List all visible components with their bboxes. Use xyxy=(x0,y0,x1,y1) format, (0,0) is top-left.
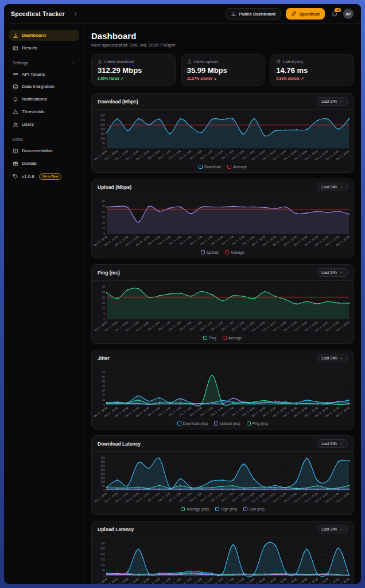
svg-text:Oct. 3 - 0:00: Oct. 3 - 0:00 xyxy=(147,577,161,584)
download-icon xyxy=(98,59,102,64)
sidebar-item-version[interactable]: v1.6.8 Up to Date xyxy=(9,171,79,182)
chart-plot: 0102030405060Oct. 2 - 19:00Oct. 2 - 20:0… xyxy=(93,197,352,250)
main-content: Dashboard Next speedtest at: Oct. 3rd, 2… xyxy=(84,24,361,584)
stat-delta-text: 11.37% slower xyxy=(187,76,212,80)
legend-item[interactable]: Download (ms) xyxy=(177,421,208,425)
speedtest-label: Speedtest xyxy=(299,11,320,17)
chart-range-select[interactable]: Last 24h xyxy=(317,268,348,277)
legend-item[interactable]: Ping xyxy=(203,336,216,340)
legend-item[interactable]: Average xyxy=(225,250,244,254)
book-icon xyxy=(13,148,18,154)
svg-text:350: 350 xyxy=(100,461,105,463)
legend-label: Average xyxy=(228,336,242,340)
chart-legend: Average (ms)High (ms)Low (ms) xyxy=(92,506,354,514)
stat-delta: 0.92% slower ↗ xyxy=(276,76,348,81)
trend-up-icon: ↗ xyxy=(301,76,304,80)
legend-item[interactable]: Average xyxy=(223,336,242,340)
sidebar-section-settings[interactable]: Settings xyxy=(9,60,79,65)
sidebar-item-data-integration[interactable]: Data Integration xyxy=(9,81,79,92)
legend-swatch xyxy=(203,336,207,340)
sidebar-item-results[interactable]: Results xyxy=(9,42,79,53)
chart-header: Jitter Last 24h xyxy=(92,350,354,366)
sidebar-item-api-tokens[interactable]: API API Tokens xyxy=(9,69,79,79)
version-tag-icon xyxy=(13,173,18,179)
legend-item[interactable]: Download xyxy=(199,165,221,169)
sidebar-item-users[interactable]: Users xyxy=(9,119,79,130)
svg-text:Oct. 3 - 7:00: Oct. 3 - 7:00 xyxy=(221,577,235,584)
chart-range-select[interactable]: Last 24h xyxy=(317,183,348,191)
svg-text:250: 250 xyxy=(100,469,105,471)
chart-plot: 051015202530Oct. 2 - 19:00Oct. 2 - 20:00… xyxy=(93,283,352,335)
stat-delta: 3.06% faster ↗ xyxy=(98,76,169,81)
legend-label: Upload (ms) xyxy=(220,421,240,425)
svg-text:20: 20 xyxy=(102,222,106,225)
legend-swatch xyxy=(181,507,185,511)
chart-legend: UploadAverage xyxy=(92,250,354,258)
chart-range-select[interactable]: Last 24h xyxy=(317,354,348,362)
public-dashboard-button[interactable]: Public Dashboard xyxy=(226,8,281,20)
chart-header: Upload (Mbps) Last 24h xyxy=(92,179,354,195)
chart-bar-icon xyxy=(231,11,236,17)
sidebar-item-label: Documentation xyxy=(22,148,53,153)
legend-label: Average xyxy=(231,250,244,254)
svg-text:Oct. 3 - 1:00: Oct. 3 - 1:00 xyxy=(158,577,172,584)
api-tokens-icon: API xyxy=(13,72,18,76)
legend-label: Ping (ms) xyxy=(253,421,269,425)
up-to-date-badge: Up to Date xyxy=(39,173,62,180)
svg-text:100: 100 xyxy=(100,137,105,140)
sidebar-item-donate[interactable]: Donate xyxy=(9,158,79,169)
legend-item[interactable]: Ping (ms) xyxy=(247,421,269,425)
svg-text:50: 50 xyxy=(102,485,106,488)
legend-swatch xyxy=(243,507,247,511)
svg-text:60: 60 xyxy=(102,376,106,378)
stat-delta: 11.37% slower ↘ xyxy=(187,76,259,81)
svg-text:10: 10 xyxy=(102,307,106,310)
trend-up-icon: ↗ xyxy=(121,76,123,80)
speedtest-button[interactable]: Speedtest xyxy=(286,8,325,20)
sidebar-item-thresholds[interactable]: Thresholds xyxy=(9,106,79,117)
version-label: v1.6.8 xyxy=(22,174,34,179)
x-axis-labels: Oct. 2 - 19:00Oct. 2 - 20:00Oct. 2 - 21:… xyxy=(93,320,350,332)
svg-text:200: 200 xyxy=(100,128,105,131)
sidebar-collapse-button[interactable] xyxy=(73,11,79,17)
x-axis-labels: Oct. 2 - 19:00Oct. 2 - 20:00Oct. 2 - 21:… xyxy=(93,492,350,503)
chart-range-select[interactable]: Last 24h xyxy=(317,439,348,448)
sidebar-item-label: Thresholds xyxy=(22,109,45,114)
svg-text:50: 50 xyxy=(102,380,106,383)
legend-item[interactable]: Upload xyxy=(201,250,219,254)
dashboard-icon xyxy=(13,33,18,38)
sidebar-item-notifications[interactable]: Notifications xyxy=(9,94,79,105)
stat-card-ping: Latest ping 14.76 ms 0.92% slower ↗ xyxy=(270,54,354,86)
upload-icon xyxy=(187,59,192,64)
chevron-down-icon xyxy=(340,442,343,446)
sidebar-item-documentation[interactable]: Documentation xyxy=(9,145,79,156)
sidebar-item-dashboard[interactable]: Dashboard xyxy=(9,30,79,41)
chart-range-label: Last 24h xyxy=(321,442,337,446)
chart-header: Download (Mbps) Last 24h xyxy=(92,94,354,110)
chart-range-label: Last 24h xyxy=(321,99,337,103)
avatar[interactable]: AP xyxy=(343,9,354,19)
legend-item[interactable]: Average xyxy=(227,165,247,169)
notifications-button[interactable]: 10 xyxy=(331,10,338,17)
chart-legend: DownloadAverage xyxy=(92,164,354,172)
chart-range-select[interactable]: Last 24h xyxy=(317,525,348,533)
legend-item[interactable]: High (ms) xyxy=(215,507,237,511)
chart-card: Jitter Last 24h 010203040506070Oct. 2 - … xyxy=(91,350,354,430)
svg-text:400: 400 xyxy=(100,457,105,459)
legend-label: Download xyxy=(204,165,221,169)
svg-text:20: 20 xyxy=(102,394,106,397)
svg-text:30: 30 xyxy=(102,389,106,392)
chart-title: Upload (Mbps) xyxy=(98,184,131,190)
chevron-down-icon xyxy=(340,185,343,189)
chart-title: Download Latency xyxy=(98,441,141,447)
sidebar-item-label: Dashboard xyxy=(22,33,46,38)
chevron-down-icon xyxy=(340,357,343,360)
svg-text:250: 250 xyxy=(100,123,105,126)
chart-plot: 050100150200250300Oct. 2 - 19:00Oct. 2 -… xyxy=(93,539,352,584)
legend-item[interactable]: Low (ms) xyxy=(243,507,265,511)
svg-text:20: 20 xyxy=(102,296,106,299)
legend-item[interactable]: Average (ms) xyxy=(181,507,209,511)
chart-range-select[interactable]: Last 24h xyxy=(317,97,348,106)
legend-item[interactable]: Upload (ms) xyxy=(214,421,240,425)
database-icon xyxy=(13,84,18,90)
